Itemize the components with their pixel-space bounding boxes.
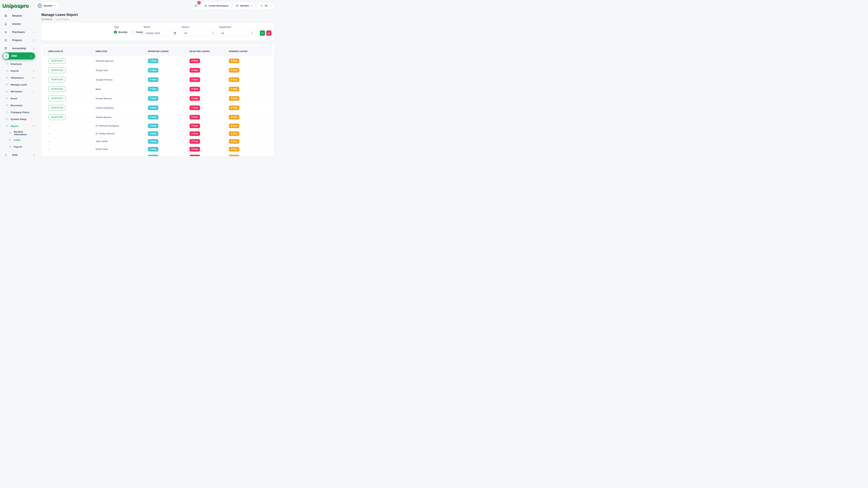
approved-view-badge[interactable]: 0 View (148, 131, 158, 136)
radio-yearly-control[interactable] (131, 31, 134, 34)
sidebar-subitem[interactable]: Event (0, 95, 39, 102)
month-label: Month (144, 26, 179, 28)
employee-id-badge[interactable]: #EMP00005 (49, 77, 66, 83)
pending-view-badge[interactable]: 0 View (229, 96, 239, 101)
rejected-view-badge[interactable]: 0 View (190, 155, 200, 156)
rejected-view-badge[interactable]: 0 View (190, 96, 200, 101)
approved-view-badge[interactable]: 0 View (148, 68, 158, 72)
rejected-leaves-cell: 0 View (190, 68, 229, 72)
sidebar-subitem[interactable]: Company Policy (0, 109, 39, 116)
sidebar-subitem[interactable]: HR Admin (0, 88, 39, 95)
expand-indicator (32, 77, 35, 79)
ring-icon (9, 139, 12, 141)
pending-view-badge[interactable]: 0 View (229, 124, 239, 128)
rejected-view-badge[interactable]: 0 View (190, 139, 200, 144)
breadcrumb-dashboard-link[interactable]: Dashboard (41, 18, 52, 21)
pending-view-badge[interactable]: 0 View (229, 77, 239, 82)
sidebar-subitem[interactable]: Document (0, 102, 39, 109)
approved-view-badge[interactable]: 0 View (148, 139, 158, 144)
rejected-leaves-cell: 0 View (190, 124, 229, 128)
filter-actions (260, 30, 271, 36)
column-header-rejected-leaves: REJECTED LEAVES (190, 50, 229, 53)
ring-icon (6, 97, 9, 100)
rejected-view-badge[interactable]: 0 View (190, 68, 200, 72)
branch-label: Branch (182, 26, 216, 28)
sidebar-item[interactable]: Projects (0, 36, 39, 44)
column-header-approved-leaves: APPROVED LEAVES (148, 50, 190, 53)
approved-view-badge[interactable]: 0 View (148, 124, 158, 128)
messages-button[interactable]: 0 (192, 2, 199, 9)
approved-view-badge[interactable]: 0 View (148, 77, 158, 82)
pending-view-badge[interactable]: 0 View (229, 131, 239, 136)
employee-id-badge[interactable]: #EMP00003 (49, 67, 66, 73)
employee-name: Joseph Fiennes (96, 78, 148, 81)
table-row: -- James Brown 0 View 0 View 0 View (43, 153, 272, 156)
sidebar-subitem[interactable]: Attendance (0, 74, 39, 81)
rejected-leaves-cell: 0 View (190, 59, 229, 63)
workspace-switcher[interactable]: WorkDo (35, 2, 59, 9)
employee-id-badge[interactable]: #EMP00007 (49, 96, 66, 101)
rejected-view-badge[interactable]: 0 View (190, 77, 200, 82)
sidebar-subitem-label: Event (11, 97, 35, 100)
sidebar-subitem[interactable]: Manage Leave (0, 81, 39, 88)
workspace-menu-label: WorkDo (240, 4, 249, 7)
rejected-view-badge[interactable]: 0 View (190, 131, 200, 136)
reset-filter-button[interactable] (266, 30, 271, 36)
approved-view-badge[interactable]: 0 View (148, 96, 158, 101)
pending-view-badge[interactable]: 0 View (229, 68, 239, 72)
sidebar-subitem[interactable]: Employee (0, 61, 39, 67)
employee-id-badge[interactable]: #EMP00006 (49, 86, 66, 92)
rejected-view-badge[interactable]: 0 View (190, 59, 200, 63)
sidebar-subitem[interactable]: Payroll (0, 67, 39, 74)
pending-leaves-cell: 0 View (229, 59, 267, 63)
radio-yearly[interactable]: Yearly (131, 31, 143, 34)
pending-view-badge[interactable]: 0 View (229, 105, 239, 110)
approved-view-badge[interactable]: 0 View (148, 155, 158, 156)
pending-view-badge[interactable]: 0 View (229, 59, 239, 63)
approved-view-badge[interactable]: 0 View (148, 87, 158, 91)
pending-view-badge[interactable]: 0 View (229, 115, 239, 120)
approved-view-badge[interactable]: 0 View (148, 147, 158, 152)
sidebar-item[interactable]: Retainer (0, 12, 39, 20)
radio-monthly[interactable]: Monthly (114, 31, 128, 34)
rejected-view-badge[interactable]: 0 View (190, 105, 200, 110)
pending-view-badge[interactable]: 0 View (229, 87, 239, 91)
approved-view-badge[interactable]: 0 View (148, 115, 158, 120)
rejected-view-badge[interactable]: 0 View (190, 87, 200, 91)
pending-leaves-cell: 0 View (229, 147, 267, 152)
workspace-menu-button[interactable]: WorkDo (233, 2, 255, 9)
department-select[interactable]: All (219, 30, 255, 36)
employee-id-badge[interactable]: #EMP00002 (49, 58, 66, 64)
rejected-view-badge[interactable]: 0 View (190, 147, 200, 152)
table-row: -- John Smith 0 View 0 View 0 View (43, 137, 272, 145)
rejected-view-badge[interactable]: 0 View (190, 115, 200, 120)
radio-monthly-control[interactable] (114, 31, 117, 34)
employee-id-badge[interactable]: #EMP00009 (49, 115, 66, 120)
sidebar-report-subitem[interactable]: Monthly Attendance (0, 130, 39, 136)
sidebar-report-subitem[interactable]: Leave (0, 136, 39, 143)
create-workspace-button[interactable]: Create Workspace (202, 2, 231, 9)
search-button[interactable] (260, 30, 265, 36)
chevron-down-icon (250, 5, 253, 7)
pending-view-badge[interactable]: 0 View (229, 139, 239, 144)
sidebar-item-pos[interactable]: POS (0, 151, 39, 156)
approved-view-badge[interactable]: 0 View (148, 105, 158, 110)
sidebar-item[interactable]: Accounting (0, 44, 39, 53)
sidebar-report-subitem[interactable]: Payroll (0, 143, 39, 150)
month-input[interactable]: October 2024 (144, 30, 179, 36)
language-button[interactable]: EN (257, 2, 274, 9)
sidebar-subitem[interactable]: Report (0, 123, 39, 130)
pending-view-badge[interactable]: 0 View (229, 147, 239, 152)
sidebar-item[interactable]: Invoice (0, 20, 39, 28)
approved-view-badge[interactable]: 0 View (148, 59, 158, 63)
main-content: Manage Leave Report Dashboard › Leave Re… (39, 10, 278, 156)
sidebar-subitem-label: Document (11, 104, 35, 107)
pending-view-badge[interactable]: 0 View (229, 155, 239, 156)
chevron-down-icon (30, 55, 32, 57)
sidebar-item[interactable]: Purchases (0, 28, 39, 36)
rejected-view-badge[interactable]: 0 View (190, 124, 200, 128)
employee-id-badge[interactable]: #EMP00008 (49, 105, 66, 110)
sidebar-subitem[interactable]: System Setup (0, 116, 39, 123)
sidebar-item-hrm[interactable]: HRM (2, 53, 35, 60)
branch-select[interactable]: All (182, 30, 216, 36)
